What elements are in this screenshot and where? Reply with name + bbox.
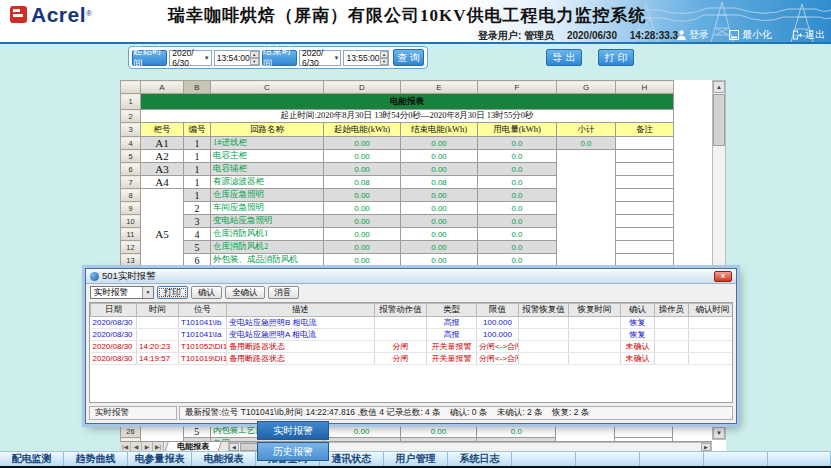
row-number[interactable]: 10 — [121, 215, 141, 228]
alarm-cell-recover[interactable] — [519, 317, 569, 329]
column-title[interactable]: 编号 — [184, 123, 211, 137]
alarm-row[interactable]: 2020/08/3014:20:23T101052\DI1备用断路器状态分闸开关… — [91, 341, 734, 353]
row-number[interactable]: 4 — [121, 137, 141, 150]
start-time-input[interactable]: 13:54:00 ▲▼ — [214, 50, 260, 66]
cabinet-cell[interactable]: A3 — [141, 163, 184, 176]
end-energy-cell[interactable]: 0.00 — [401, 163, 478, 176]
alarm-cell-ack[interactable]: 未确认 — [621, 353, 655, 365]
alarm-cell-recover-time[interactable] — [569, 353, 621, 365]
end-energy-cell[interactable]: 0.00 — [401, 241, 478, 254]
end-energy-cell[interactable]: 0.08 — [401, 176, 478, 189]
circuit-name-cell[interactable]: 外包装、成品消防风机 — [211, 254, 324, 267]
alarm-cell-time[interactable]: 14:20:23 — [137, 341, 179, 353]
end-energy-cell[interactable]: 0.00 — [401, 202, 478, 215]
alarm-column-title[interactable]: 类型 — [427, 304, 477, 317]
row-number[interactable]: 6 — [121, 163, 141, 176]
alarm-column-title[interactable]: 报警恢复值 — [519, 304, 569, 317]
alarm-cell-recover[interactable] — [519, 353, 569, 365]
menu-item-realtime-alarm[interactable]: 实时报警 — [257, 421, 329, 440]
end-energy-cell[interactable]: 0.00 — [401, 215, 478, 228]
vertical-scroll-thumb[interactable] — [713, 94, 725, 146]
circuit-no-cell[interactable]: 6 — [184, 254, 211, 267]
sheet-corner[interactable] — [121, 81, 141, 94]
print-button[interactable]: 打 印 — [598, 49, 634, 66]
alarm-cell-ack[interactable]: 未确认 — [621, 341, 655, 353]
cabinet-cell[interactable]: A4 — [141, 176, 184, 189]
alarm-cell-limit[interactable]: 100.000 — [477, 317, 519, 329]
export-button[interactable]: 导 出 — [546, 49, 582, 66]
alarm-cell-date[interactable]: 2020/08/30 — [91, 317, 137, 329]
column-title[interactable]: 小计 — [557, 123, 616, 137]
alarm-cell-limit[interactable]: 分闸<->合闸 — [477, 341, 519, 353]
end-date-picker[interactable]: 2020/ 6/30▼ — [299, 50, 341, 66]
alarm-cell-type[interactable]: 高报 — [427, 317, 477, 329]
usage-cell[interactable]: 0.0 — [477, 425, 556, 438]
alarm-cell-ack-time[interactable] — [689, 329, 734, 341]
alarm-row[interactable]: 2020/08/3014:19:57T101019\DI1备用断路器状态分闸开关… — [91, 353, 734, 365]
alarm-cell-date[interactable]: 2020/08/30 — [91, 353, 137, 365]
end-energy-cell[interactable]: 0.00 — [401, 228, 478, 241]
circuit-no-cell[interactable]: 1 — [184, 137, 211, 150]
column-header-H[interactable]: H — [616, 81, 674, 94]
alarm-filter-select[interactable]: 实时报警 ▼ — [90, 286, 154, 299]
alarm-cell-type[interactable]: 高报 — [427, 329, 477, 341]
alarm-cell-ack-time[interactable] — [689, 317, 734, 329]
row-number[interactable]: 3 — [121, 123, 141, 137]
circuit-name-cell[interactable]: 车间应急照明 — [211, 202, 324, 215]
alarm-cell-operator[interactable] — [655, 341, 689, 353]
sheet-subtitle[interactable]: 起止时间:2020年8月30日 13时54分0秒—2020年8月30日 13时5… — [141, 110, 674, 123]
alarm-cell-recover-time[interactable] — [569, 329, 621, 341]
circuit-no-cell[interactable]: 1 — [184, 189, 211, 202]
alarm-column-title[interactable]: 时间 — [137, 304, 179, 317]
column-title[interactable]: 回路名称 — [211, 123, 324, 137]
alarm-cell-type[interactable]: 开关量报警 — [427, 353, 477, 365]
nav-distribution-monitor[interactable]: 配电监测 — [0, 452, 64, 466]
start-energy-cell[interactable]: 0.00 — [324, 254, 401, 267]
scroll-right-icon[interactable]: ▶ — [701, 443, 711, 451]
login-button[interactable]: 登录 — [677, 28, 709, 42]
circuit-no-cell[interactable]: 1 — [184, 150, 211, 163]
start-date-picker[interactable]: 2020/ 6/30▼ — [169, 50, 211, 66]
nav-parameter-report[interactable]: 电参量报表 — [128, 452, 192, 466]
alarm-cell-limit[interactable]: 分闸<->合闸 — [477, 353, 519, 365]
circuit-no-cell[interactable]: 2 — [184, 202, 211, 215]
start-energy-cell[interactable]: 0.00 — [324, 228, 401, 241]
alarm-cell-desc[interactable]: 变电站应急照明A 相电流 — [227, 329, 375, 341]
alarm-cell-date[interactable]: 2020/08/30 — [91, 329, 137, 341]
usage-cell[interactable]: 0.0 — [478, 228, 557, 241]
column-header-A[interactable]: A — [141, 81, 184, 94]
alarm-column-title[interactable]: 限值 — [477, 304, 519, 317]
usage-cell[interactable]: 0.0 — [478, 137, 557, 150]
alarm-cell-recover[interactable] — [519, 329, 569, 341]
note-cell[interactable] — [616, 215, 674, 228]
circuit-name-cell[interactable]: 1#进线柜 — [211, 137, 324, 150]
alarm-column-title[interactable]: 恢复时间 — [569, 304, 621, 317]
alarm-cell-time[interactable] — [137, 317, 179, 329]
column-title[interactable]: 起始电能(kWh) — [324, 123, 401, 137]
alarm-column-title[interactable]: 操作员 — [655, 304, 689, 317]
column-header-G[interactable]: G — [557, 81, 616, 94]
alarm-column-title[interactable]: 确认时间 — [689, 304, 734, 317]
column-title[interactable]: 结束电能(kWh) — [401, 123, 478, 137]
row-number[interactable]: 13 — [121, 254, 141, 267]
subtotal-merged-cell[interactable] — [556, 425, 615, 442]
alarm-column-title[interactable]: 描述 — [227, 304, 375, 317]
usage-cell[interactable]: 0.0 — [478, 202, 557, 215]
cabinet-cell[interactable]: A5 — [141, 189, 184, 280]
dialog-print-button[interactable]: 打印 — [157, 286, 188, 299]
row-number[interactable]: 26 — [121, 425, 141, 438]
note-cell[interactable] — [616, 189, 674, 202]
alarm-cell-tag[interactable]: T101052\DI1 — [179, 341, 227, 353]
alarm-cell-recover-time[interactable] — [569, 317, 621, 329]
start-energy-cell[interactable]: 0.00 — [324, 215, 401, 228]
usage-cell[interactable]: 0.0 — [478, 215, 557, 228]
circuit-name-cell[interactable]: 电容辅柜 — [211, 163, 324, 176]
nav-comm-status[interactable]: 通讯状态 — [320, 452, 384, 466]
dialog-ack-all-button[interactable]: 全确认 — [225, 286, 265, 299]
note-cell[interactable] — [615, 425, 673, 438]
alarm-cell-action[interactable]: 分闸 — [375, 341, 427, 353]
column-header-C[interactable]: C — [211, 81, 324, 94]
alarm-cell-operator[interactable] — [655, 317, 689, 329]
end-time-spinner[interactable]: ▲▼ — [380, 51, 389, 65]
circuit-no-cell[interactable]: 4 — [184, 228, 211, 241]
